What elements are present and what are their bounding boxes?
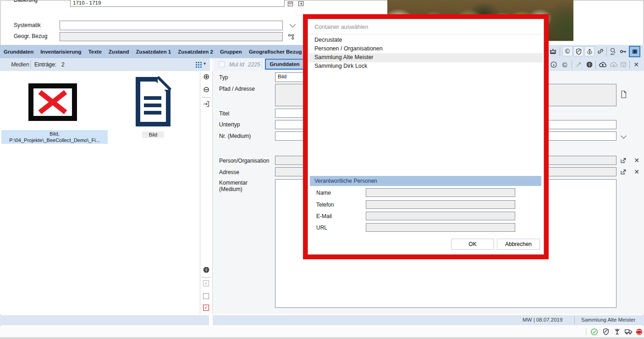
telefon-input[interactable]: [366, 200, 515, 209]
tab-zusatzdaten1[interactable]: Zusatzdaten 1: [136, 49, 171, 55]
media-caption-selected[interactable]: Bild, P:\04_Projekte\_BeeCollect_Demo\_F…: [1, 130, 108, 144]
list-item-sammlung-alte-meister[interactable]: Sammlung Alte Meister: [314, 54, 374, 60]
record-checkbox[interactable]: [219, 61, 225, 67]
media-toolbar: ⊕ ⊖ ✓ ✓: [200, 71, 212, 314]
tab-zustand[interactable]: Zustand: [109, 49, 129, 55]
checkbox-gray-icon[interactable]: ✓: [203, 280, 209, 286]
status-porter-icon[interactable]: [613, 328, 621, 336]
systematik-dropdown-icon[interactable]: [289, 22, 296, 28]
adresse-open-link-icon[interactable]: [619, 168, 627, 176]
annotation-highlight-frame: Container auswählen Decrustate Personen …: [303, 14, 549, 259]
person-open-link-icon[interactable]: [619, 156, 627, 164]
adresse-clear-icon[interactable]: ✕: [633, 168, 641, 176]
tab-geografischer-bezug[interactable]: Geografischer Bezug: [249, 49, 302, 55]
systematik-input[interactable]: [60, 21, 283, 30]
section-header: Verantwortliche Personen: [310, 176, 541, 186]
bottom-icon-bar: [0, 326, 644, 337]
media-caption-line2: P:\04_Projekte\_BeeCollect_Demo\_Fi...: [1, 137, 108, 143]
checkbox-empty-icon[interactable]: [203, 293, 209, 299]
status-sync-error-icon[interactable]: [635, 328, 643, 336]
dialog-title: Container auswählen: [314, 24, 368, 30]
status-container-name: Sammlung Alte Meister: [581, 317, 635, 323]
money-bag-icon[interactable]: [584, 46, 594, 56]
tab-gruppen[interactable]: Gruppen: [220, 49, 242, 55]
systematik-label: Systematik: [14, 22, 41, 28]
cloud-add-icon[interactable]: [609, 60, 618, 69]
hierarchy-icon[interactable]: [287, 33, 295, 40]
status-ok-icon[interactable]: [590, 328, 598, 336]
status-shield-icon[interactable]: [602, 328, 610, 336]
section-title: Verantwortliche Personen: [314, 178, 377, 184]
person-organisation-label: Person/Organisation: [219, 158, 269, 164]
media-view-toggle-icon[interactable]: [629, 46, 640, 57]
wand-icon[interactable]: [574, 60, 583, 69]
geogr-bezug-label: Geogr. Bezug: [14, 33, 47, 39]
entries-count: 2: [61, 61, 65, 68]
thumbnail-view-icon[interactable]: [195, 61, 202, 68]
tab-grunddaten[interactable]: Grunddaten: [4, 49, 33, 55]
untertyp-label: Untertyp: [219, 121, 240, 128]
email-label: E-Mail: [316, 213, 332, 219]
geogr-bezug-input[interactable]: [60, 32, 283, 41]
copyright-toggle-icon[interactable]: ©: [562, 46, 572, 56]
cloud-upload-icon[interactable]: [598, 60, 607, 69]
adresse-label: Adresse: [219, 169, 239, 175]
name-label: Name: [316, 190, 331, 196]
media-panel-header: Medien Einträge: 2 ▾: [0, 58, 210, 71]
media-list: Bild, P:\04_Projekte\_BeeCollect_Demo\_F…: [0, 71, 200, 314]
record-id: 2225: [248, 61, 260, 68]
kommentar-label2: (Medium): [219, 186, 242, 192]
close-icon[interactable]: ✕: [632, 60, 640, 69]
list-item-decrustate[interactable]: Decrustate: [314, 37, 342, 43]
calendar-icon[interactable]: [286, 0, 294, 7]
media-panel-title: Medien: [11, 61, 29, 68]
key-icon[interactable]: [618, 47, 627, 56]
toolbar-row1: © abc: [545, 45, 644, 58]
checkbox-red-icon[interactable]: ✓: [203, 305, 209, 311]
web-publish-icon[interactable]: [202, 266, 210, 274]
cancel-button[interactable]: Abbrechen: [497, 239, 540, 250]
media-caption[interactable]: Bild: [142, 131, 164, 138]
nr-medium-label: Nr. (Medium): [219, 133, 251, 139]
list-item-sammlung-dirk-lock[interactable]: Sammlung Dirk Lock: [314, 63, 367, 69]
detail-tab-grunddaten[interactable]: Grunddaten: [265, 59, 304, 70]
kommentar-label: Kommentar: [219, 180, 248, 186]
tab-texte[interactable]: Texte: [88, 49, 102, 55]
typ-label: Typ: [219, 74, 228, 81]
tab-zusatzdaten2[interactable]: Zusatzdaten 2: [178, 49, 213, 55]
toolbar-row2: © ✕: [548, 58, 644, 71]
url-input[interactable]: [366, 223, 515, 232]
pfad-adresse-label: Pfad / Adresse: [219, 86, 255, 92]
document-page-icon[interactable]: [619, 90, 627, 99]
popup-window-icon[interactable]: [619, 60, 627, 69]
nr-medium-dropdown-icon[interactable]: [620, 133, 627, 140]
svg-text:abc: abc: [611, 53, 615, 55]
crown-icon[interactable]: [548, 47, 557, 56]
email-input[interactable]: [366, 212, 515, 220]
spellcheck-icon[interactable]: abc: [608, 46, 618, 56]
globe-icon[interactable]: [585, 60, 594, 69]
list-item-personen-organisationen[interactable]: Personen / Organisationen: [314, 45, 383, 52]
person-clear-icon[interactable]: ✕: [633, 156, 641, 164]
shield-toggle-icon[interactable]: [573, 46, 583, 56]
container-select-dialog: Container auswählen Decrustate Personen …: [308, 19, 544, 255]
status-bar-right: MW | 08.07.2019 Sammlung Alte Meister: [213, 315, 644, 325]
ok-button[interactable]: OK: [451, 239, 494, 250]
import-media-icon[interactable]: [202, 100, 210, 108]
date-span-icon[interactable]: [297, 0, 305, 7]
datierung-input[interactable]: 1710 - 1719: [70, 0, 285, 7]
media-caption-line1: Bild,: [1, 131, 108, 137]
copyright-icon[interactable]: ©: [561, 60, 569, 69]
zoom-in-icon[interactable]: ⊕: [202, 72, 210, 81]
media-thumb-broken-image[interactable]: [28, 83, 77, 121]
view-caret-icon[interactable]: ▾: [204, 61, 206, 66]
status-truck-icon[interactable]: [624, 328, 633, 336]
media-thumb-document[interactable]: [134, 76, 172, 127]
info-icon[interactable]: [550, 60, 558, 69]
zoom-out-icon[interactable]: ⊖: [202, 85, 210, 93]
status-user-date: MW | 08.07.2019: [523, 317, 562, 323]
tab-inventarisierung[interactable]: Inventarisierung: [40, 49, 81, 55]
name-input[interactable]: [366, 188, 515, 197]
status-bar-left: [0, 315, 209, 325]
link-icon[interactable]: [596, 47, 605, 56]
